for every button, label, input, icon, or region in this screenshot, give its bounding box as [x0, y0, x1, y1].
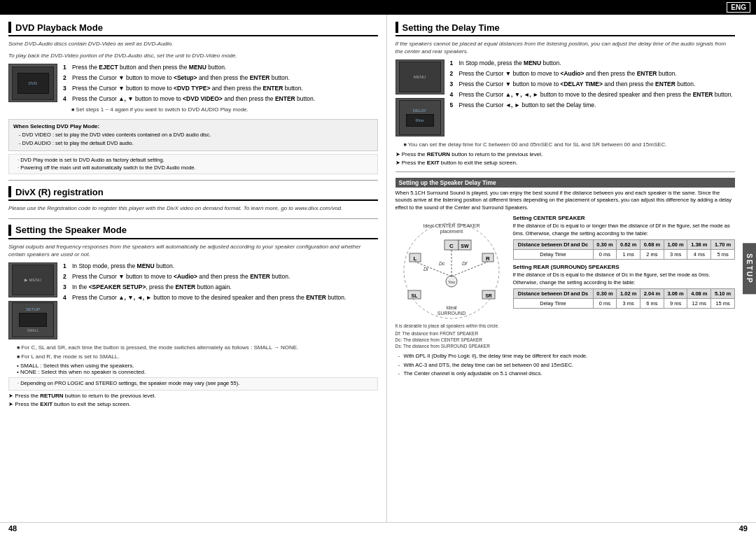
- speaker-mode-title: Setting the Speaker Mode: [8, 225, 378, 239]
- center-row-1: 0 ms: [593, 250, 617, 260]
- center-header-2: 0.62 m: [617, 240, 640, 250]
- speaker-mode-section: Setting the Speaker Mode Signal outputs …: [8, 225, 378, 407]
- delay-exit-note: Press the EXIT button to exit the setup …: [396, 160, 736, 166]
- divider-2: [8, 218, 378, 219]
- svg-text:SR: SR: [485, 293, 492, 298]
- legend-3: Ds: The distance from SURROUND SPEAKER: [396, 343, 507, 349]
- spk-step-1: 1 In Stop mode, press the MENU button.: [63, 262, 378, 271]
- center-speaker-text: If the distance of Dc is equal to or lon…: [513, 223, 736, 237]
- note-title: When Selecting DVD Play Mode:: [13, 122, 373, 130]
- delay-step-4: 4 Press the Cursor ▲, ▼, ◄, ► button to …: [450, 91, 736, 99]
- center-header-6: 1.70 m: [711, 240, 735, 250]
- rear-row-5: 12 ms: [687, 299, 711, 309]
- rear-header-6: 5.10 m: [711, 289, 735, 299]
- dvd-subtitle2: To play back the DVD-Video portion of th…: [8, 52, 378, 59]
- rear-header-5: 4.08 m: [687, 289, 711, 299]
- spk-step-3: 3 In the <SPEAKER SETUP>, press the ENTE…: [63, 283, 378, 292]
- center-row-6: 5 ms: [711, 250, 735, 260]
- rear-table: Distance between Df and Ds 0.30 m 1.02 m…: [513, 288, 736, 309]
- diagram-area: Ideal CENTER SPEAKER placement C SW: [396, 215, 736, 349]
- dvd-subtitle1: Some DVD-Audio discs contain DVD-Video a…: [8, 40, 378, 48]
- speaker-caution: Depending on PRO LOGIC and STEREO settin…: [8, 377, 378, 391]
- svg-text:Di: Di: [424, 267, 428, 272]
- title-bar-icon: [8, 22, 11, 33]
- delay-time-title: Setting the Delay Time: [396, 22, 736, 36]
- exit-note: Press the EXIT button to exit the setup …: [8, 401, 378, 407]
- center-header-3: 0.68 m: [640, 240, 664, 250]
- bottom-note-3: The Center channel is only adjustable on…: [396, 370, 736, 378]
- svg-line-24: [451, 262, 488, 276]
- spk-step-2: 2 Press the Cursor ▼ button to move to <…: [63, 273, 378, 281]
- center-table: Distance between Df and Dc 0.30 m 0.62 m…: [513, 239, 736, 260]
- dvd-playback-title: DVD Playback Mode: [8, 22, 378, 36]
- rear-row-6: 15 ms: [711, 299, 735, 309]
- main-content: DVD Playback Mode Some DVD-Audio discs c…: [0, 15, 756, 522]
- speaker-devices: ▶ MENU SETUP SMALL: [8, 262, 57, 339]
- rear-row-4: 9 ms: [664, 299, 687, 309]
- left-column: DVD Playback Mode Some DVD-Audio discs c…: [0, 15, 387, 522]
- delay-device-2: DELAY 00ms: [396, 98, 444, 136]
- rear-header-4: 3.06 m: [664, 289, 687, 299]
- svg-text:Dc: Dc: [439, 261, 445, 266]
- dvd-steps-area: DVD 1 Press the EJECT button and then pr…: [8, 64, 378, 115]
- page: ENG DVD Playback Mode Some DVD-Audio dis…: [0, 0, 756, 534]
- spk-step-4: 4 Press the Cursor ▲, ▼, ◄, ► button to …: [63, 294, 378, 302]
- speaker-device-2: SETUP SMALL: [8, 301, 57, 339]
- speaker-delay-section: Setting up the Speaker Delay Time When 5…: [396, 178, 736, 378]
- speaker-diagram-svg: Ideal CENTER SPEAKER placement C SW: [396, 215, 507, 320]
- rear-row-label: Delay Time: [513, 299, 593, 309]
- title-bar-icon: [8, 225, 11, 236]
- dvd-device-image-1: DVD: [8, 64, 57, 102]
- legend-1: Df: The distance from FRONT SPEAKER: [396, 330, 507, 337]
- extra-note-1: • SMALL : Select this when using the spe…: [17, 363, 378, 369]
- bottom-note-2: With AC-3 and DTS, the delay time can be…: [396, 362, 736, 370]
- title-bar-icon: [8, 186, 11, 197]
- divx-subtitle: Please use the Registration code to regi…: [8, 204, 378, 212]
- page-num-left: 48: [8, 524, 17, 533]
- speaker-delay-title: Setting up the Speaker Delay Time: [396, 178, 736, 188]
- step-1: 1 Press the EJECT button and then press …: [63, 64, 378, 72]
- rear-header-3: 2.04 m: [640, 289, 664, 299]
- delay-device-1: MENU: [396, 59, 444, 94]
- delay-devices: MENU DELAY 00ms: [396, 59, 444, 136]
- dvd-caution-box: DVD Play mode is set to DVD Audio as fac…: [8, 154, 378, 174]
- note-bullet-2: DVD AUDIO : set to play the default DVD …: [19, 140, 373, 148]
- caution-2: Powering off the main unit will automati…: [18, 164, 373, 172]
- dvd-note-box: When Selecting DVD Play Mode: DVD VIDEO …: [8, 119, 378, 151]
- center-row-4: 3 ms: [664, 250, 687, 260]
- svg-text:SURROUND: SURROUND: [437, 311, 465, 316]
- center-table-header-row: Distance between Df and Dc 0.30 m 0.62 m…: [513, 240, 735, 250]
- caution-1: DVD Play mode is set to DVD Audio as fac…: [18, 157, 373, 164]
- spk-caution-1: Depending on PRO LOGIC and STEREO settin…: [18, 380, 373, 388]
- rear-row-2: 3 ms: [617, 299, 640, 309]
- rear-speaker-text: If the distance of Ds is equal to the di…: [513, 272, 736, 286]
- svg-text:Df: Df: [462, 261, 468, 266]
- note-bullet-1: DVD VIDEO : set to play the DVD video co…: [19, 132, 373, 139]
- delay-subtitle: If the speakers cannot be placed at equa…: [396, 40, 736, 55]
- center-header-5: 1.38 m: [687, 240, 711, 250]
- svg-text:C: C: [449, 243, 454, 249]
- speaker-mode-subtitle: Signal outputs and frequency responses f…: [8, 243, 378, 258]
- rear-header-label: Distance between Df and Ds: [513, 289, 593, 299]
- delay-step-1: 1 In Stop mode, press the MENU button.: [450, 59, 736, 68]
- return-note: Press the RETURN button to return to the…: [8, 393, 378, 399]
- center-header-label: Distance between Df and Dc: [513, 240, 593, 250]
- center-speaker-title: Setting CENTER SPEAKER: [513, 215, 736, 221]
- top-bar: ENG: [0, 0, 756, 15]
- page-numbers: 48 49: [0, 522, 756, 534]
- delay-steps-list: 1 In Stop mode, press the MENU button. 2…: [450, 59, 736, 136]
- svg-text:L: L: [413, 255, 416, 262]
- delay-step-3: 3 Press the Cursor ▼ button to move to <…: [450, 80, 736, 89]
- speaker-steps-list: 1 In Stop mode, press the MENU button. 2…: [63, 262, 378, 339]
- svg-text:Ideal: Ideal: [446, 305, 457, 310]
- title-bar-icon: [396, 22, 398, 33]
- step-2: 2 Press the Cursor ▼ button to move to <…: [63, 74, 378, 83]
- svg-text:You: You: [447, 280, 454, 284]
- speaker-device-1: ▶ MENU: [8, 262, 57, 297]
- svg-text:R: R: [486, 255, 490, 262]
- extra-note-2: • NONE : Select this when no speaker is …: [17, 369, 378, 375]
- speaker-delay-intro: When 5.1CH Surround Sound is played, you…: [396, 190, 736, 212]
- rear-header-1: 0.30 m: [593, 289, 617, 299]
- right-wrapper: Setting the Delay Time If the speakers c…: [387, 15, 757, 522]
- sub-bullet-1: Set steps 1 ~ 4 again if you want to swi…: [71, 106, 378, 113]
